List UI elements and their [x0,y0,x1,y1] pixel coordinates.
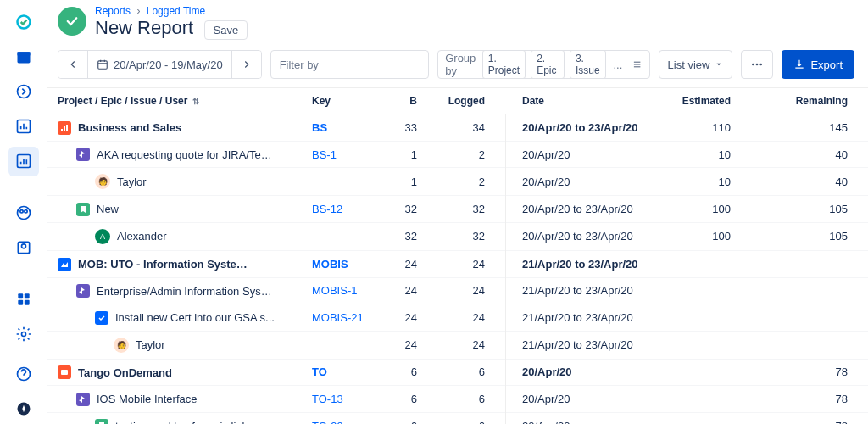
svg-point-20 [756,64,759,66]
cell-key[interactable]: BS-12 [302,196,378,223]
col-logged[interactable]: Logged [437,88,505,114]
cell-key[interactable]: MOBIS [302,250,378,277]
svg-rect-14 [24,300,29,305]
table-row[interactable]: Enterprise/Admin Information Syste...MOB… [47,277,868,304]
cell-logged: 34 [437,114,505,142]
col-rem[interactable]: Remaining [751,88,868,114]
rail-check-icon[interactable] [8,7,39,36]
groupby-more[interactable]: ... [613,59,622,71]
breadcrumb-logged-time[interactable]: Logged Time [147,5,205,17]
groupby-chip-3[interactable]: 3. Issue [570,50,607,79]
cell-date: 20/Apr/20 [505,359,666,386]
sort-icon: ⇅ [192,97,199,106]
cell-name: MOB: UTO - Information Systems & A... [47,250,302,277]
svg-point-19 [752,64,754,66]
table-row[interactable]: 🧑Taylor242421/Apr/20 to 23/Apr/20 [47,331,868,359]
rail-apps-icon[interactable] [8,284,39,314]
col-name[interactable]: Project / Epic / Issue / User⇅ [47,88,302,114]
download-icon [793,59,805,70]
cell-est [666,359,751,386]
breadcrumb-reports[interactable]: Reports [95,5,131,17]
groupby-chip-2[interactable]: 2. Epic [531,50,565,79]
date-prev-button[interactable] [58,51,87,78]
table-row[interactable]: testing worklog for epic linkTO-996620/A… [47,412,868,424]
col-b[interactable]: B [378,88,437,114]
export-button[interactable]: Export [782,50,854,79]
epic-icon [76,284,90,298]
save-button[interactable]: Save [204,20,248,40]
cell-key[interactable]: BS [302,114,378,142]
rail-calendar-icon[interactable] [8,42,39,71]
cell-est [666,331,751,359]
task-icon [95,311,108,325]
project-icon [58,365,71,379]
filter-input[interactable]: Filter by [270,50,430,79]
svg-point-21 [760,64,763,66]
cell-logged: 24 [437,331,505,359]
svg-point-10 [21,244,25,248]
page-title: New Report [95,17,193,39]
cell-logged: 24 [437,250,505,277]
table-row[interactable]: Business and SalesBS333420/Apr/20 to 23/… [47,114,868,142]
rail-chart1-icon[interactable] [8,111,39,141]
table-row[interactable]: Install new Cert into our GSA s...MOBIS-… [47,304,868,332]
table-row[interactable]: 🧑Taylor1220/Apr/201040 [47,168,868,196]
col-est[interactable]: Estimated [666,88,751,114]
cell-rem: 105 [751,222,868,250]
rail-expand-icon[interactable] [8,76,39,106]
rail-person-icon[interactable] [8,233,39,263]
cell-name: Business and Sales [47,114,302,142]
rail-pin-icon[interactable] [8,394,39,424]
more-button[interactable] [741,50,773,79]
report-table-wrap: Project / Epic / Issue / User⇅ Key B Log… [47,88,868,424]
svg-point-7 [19,210,22,213]
cell-key[interactable]: TO-99 [302,412,378,424]
cell-date: 20/Apr/20 [505,412,666,424]
table-row[interactable]: MOB: UTO - Information Systems & A...MOB… [47,250,868,277]
cell-key[interactable]: TO [302,359,378,386]
cell-b: 6 [378,359,437,386]
date-range-button[interactable]: 20/Apr/20 - 19/May/20 [87,51,231,78]
cell-key[interactable]: TO-13 [302,386,378,413]
rail-gear-icon[interactable] [8,320,39,349]
main-area: Reports › Logged Time New Report Save 20… [47,0,868,424]
chevron-down-icon [715,60,723,69]
col-date[interactable]: Date [505,88,666,114]
rail-people-icon[interactable] [8,198,39,227]
cell-date: 21/Apr/20 to 23/Apr/20 [505,331,666,359]
cell-est [666,386,751,413]
filter-placeholder: Filter by [280,59,319,71]
project-icon [58,121,71,135]
cell-date: 20/Apr/20 to 23/Apr/20 [505,196,666,223]
date-next-button[interactable] [231,51,261,78]
table-row[interactable]: NewBS-12323220/Apr/20 to 23/Apr/20100105 [47,196,868,223]
cell-rem: 105 [751,196,868,223]
cell-est: 100 [666,196,751,223]
cell-est: 110 [666,114,751,142]
rail-chart2-icon[interactable] [8,147,39,176]
view-label: List view [668,59,710,71]
table-row[interactable]: Tango OnDemandTO6620/Apr/2078 [47,359,868,386]
rail-help-icon[interactable] [8,360,39,389]
cell-date: 20/Apr/20 [505,168,666,196]
toolbar: 20/Apr/20 - 19/May/20 Filter by Group by… [47,43,868,88]
table-row[interactable]: AAlexander323220/Apr/20 to 23/Apr/201001… [47,222,868,250]
avatar: 🧑 [95,174,110,189]
cell-key[interactable]: BS-1 [302,141,378,168]
cell-name: Tango OnDemand [47,359,302,386]
cell-key[interactable]: MOBIS-1 [302,277,378,304]
svg-point-15 [21,332,25,337]
table-row[interactable]: IOS Mobile InterfaceTO-136620/Apr/2078 [47,386,868,413]
cell-key[interactable]: MOBIS-21 [302,304,378,332]
cell-rem: 40 [751,168,868,196]
cell-b: 6 [378,386,437,413]
view-select[interactable]: List view [659,50,733,79]
more-icon [750,58,764,71]
groupby-chip-1[interactable]: 1. Project [482,50,526,79]
col-key[interactable]: Key [302,88,378,114]
story-icon [95,419,108,424]
table-row[interactable]: AKA requesting quote for JIRA/Tem...BS-1… [47,141,868,168]
svg-point-6 [17,207,30,220]
cell-name: 🧑Taylor [47,168,302,196]
groupby-control[interactable]: Group by 1. Project 2. Epic 3. Issue ... [437,50,649,79]
